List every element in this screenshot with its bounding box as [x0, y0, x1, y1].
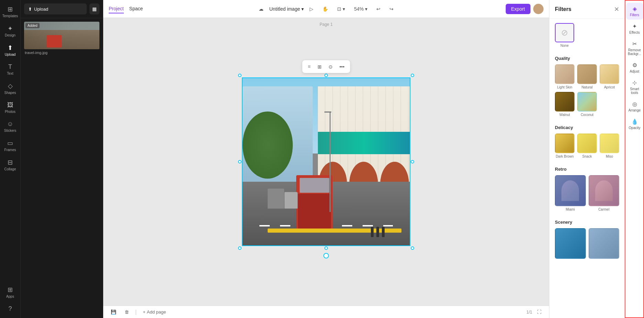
filter-coconut-thumb — [577, 92, 597, 112]
filter-lightskin-thumb — [555, 64, 575, 84]
upload-icon-sm: ⬆ — [28, 7, 32, 12]
right-tool-filters[interactable]: ◈ Filters — [626, 3, 643, 20]
filter-carmel-item[interactable]: Carmel — [589, 175, 620, 211]
upload-panel: ⬆ Upload ▦ Added travel-img.jpg — [21, 0, 103, 318]
sidebar-item-templates[interactable]: ⊞ Templates — [1, 3, 20, 21]
canvas-image[interactable] — [242, 77, 410, 246]
filter-delicacy-title: Delicacy — [555, 125, 619, 130]
add-page-button[interactable]: + Add page — [141, 308, 168, 316]
filter-coconut-item[interactable]: Coconut — [577, 92, 597, 117]
filter-scenery2-item[interactable] — [589, 228, 620, 261]
close-filter-panel-button[interactable]: ✕ — [614, 6, 619, 13]
delete-page-button[interactable]: 🗑 — [122, 308, 131, 316]
pointer-tool[interactable]: ▷ — [307, 4, 316, 14]
upload-button[interactable]: ⬆ Upload — [24, 3, 87, 14]
handle-bottom-left[interactable] — [238, 246, 242, 250]
filter-scenery-grid — [555, 228, 619, 261]
sidebar-item-help[interactable]: ? — [1, 303, 20, 315]
plus-icon: + — [143, 309, 146, 315]
text-icon: T — [8, 63, 12, 71]
view-toggle-button[interactable]: ▦ — [89, 3, 99, 14]
file-name: travel-img.jpg — [24, 51, 99, 55]
mask-button[interactable]: ⊙ — [326, 63, 335, 71]
sidebar-item-photos[interactable]: 🖼 Photos — [1, 99, 20, 116]
filter-apricot-item[interactable]: Apricot — [600, 64, 619, 89]
filter-scenery1-item[interactable] — [555, 228, 586, 261]
handle-bottom-right[interactable] — [411, 246, 414, 250]
filter-darkbrown-item[interactable]: Dark Brown — [555, 134, 575, 158]
handle-top-center[interactable] — [324, 74, 328, 77]
filter-miami-item[interactable]: Miami — [555, 175, 586, 211]
chevron-down-icon: ▾ — [301, 6, 304, 12]
frames-icon: ▭ — [7, 139, 13, 147]
remove-bg-icon: ✂ — [632, 41, 637, 47]
handle-top-right[interactable] — [411, 74, 414, 77]
filter-none-item[interactable]: ⊘ None — [555, 23, 574, 47]
sidebar-item-collage[interactable]: ⊟ Collage — [1, 156, 20, 174]
sidebar-item-label: Templates — [2, 14, 18, 18]
left-sidebar: ⊞ Templates ✦ Design ⬆ Upload T Text ◇ S… — [0, 0, 21, 318]
sidebar-item-frames[interactable]: ▭ Frames — [1, 137, 20, 155]
handle-middle-left[interactable] — [238, 160, 242, 163]
sidebar-item-apps[interactable]: ⊞ Apps — [1, 283, 20, 301]
right-tool-opacity[interactable]: 💧 Opacity — [626, 116, 643, 132]
grid-button[interactable]: ⊞ — [315, 63, 324, 71]
right-tool-smart[interactable]: ⊹ Smart tools — [626, 77, 643, 97]
doc-title[interactable]: Untitled image ▾ — [269, 6, 304, 12]
right-tool-adjust[interactable]: ⚙ Adjust — [626, 59, 643, 76]
sidebar-item-shapes[interactable]: ◇ Shapes — [1, 80, 20, 97]
handle-top-left[interactable] — [238, 74, 242, 77]
filter-apricot-thumb — [600, 64, 619, 84]
sidebar-item-text[interactable]: T Text — [1, 61, 20, 78]
hand-tool[interactable]: ✋ — [319, 4, 331, 14]
tab-project[interactable]: Project — [109, 4, 124, 13]
filter-snack-item[interactable]: Snack — [577, 134, 597, 158]
filter-miso-item[interactable]: Miso — [600, 134, 619, 158]
sidebar-item-label: Upload — [5, 53, 16, 56]
export-button[interactable]: Export — [506, 4, 530, 14]
handle-bottom-center[interactable] — [324, 246, 328, 250]
right-tool-arrange[interactable]: ◎ Arrange — [626, 98, 643, 115]
filter-lightskin-item[interactable]: Light Skin — [555, 64, 575, 89]
crop-button[interactable]: ⌗ — [306, 62, 313, 71]
sidebar-item-design[interactable]: ✦ Design — [1, 22, 20, 40]
tab-space[interactable]: Space — [129, 4, 143, 13]
design-icon: ✦ — [8, 25, 13, 32]
filters-icon: ◈ — [633, 6, 637, 12]
filter-none-section: ⊘ None — [549, 19, 625, 52]
redo-button[interactable]: ↪ — [386, 4, 397, 14]
rotate-handle[interactable] — [323, 253, 329, 258]
sidebar-item-upload[interactable]: ⬆ Upload — [1, 41, 20, 59]
upload-icon: ⬆ — [8, 44, 13, 52]
filter-coconut-label: Coconut — [581, 113, 593, 117]
uploaded-item: Added travel-img.jpg — [24, 22, 99, 55]
zoom-control[interactable]: 54% ▾ — [351, 4, 371, 14]
smart-tools-icon: ⊹ — [632, 80, 637, 86]
filter-quality-grid: Light Skin Natural Apricot Walnut Coconu… — [555, 64, 619, 117]
filter-natural-item[interactable]: Natural — [577, 64, 597, 89]
upload-panel-header: ⬆ Upload ▦ — [21, 0, 103, 18]
right-tool-remove-bg[interactable]: ✂ Remove Backgr... — [626, 38, 643, 59]
help-icon: ? — [8, 305, 12, 312]
sidebar-item-stickers[interactable]: ☺ Stickers — [1, 118, 20, 135]
effects-icon: ✦ — [632, 23, 637, 30]
right-tool-effects[interactable]: ✦ Effects — [626, 20, 643, 37]
frame-tool[interactable]: ⊡ ▾ — [334, 4, 348, 14]
sidebar-item-label: Collage — [4, 167, 16, 171]
filter-miso-label: Miso — [606, 155, 613, 158]
save-page-button[interactable]: 💾 — [109, 308, 118, 316]
top-bar-right: Export — [401, 4, 544, 14]
top-bar-center: ☁ Untitled image ▾ ▷ ✋ ⊡ ▾ 54% ▾ ↩ ↪ — [256, 4, 397, 14]
filter-lightskin-label: Light Skin — [557, 85, 572, 89]
filter-apricot-label: Apricot — [604, 85, 615, 89]
handle-middle-right[interactable] — [411, 160, 414, 163]
sidebar-item-label: Apps — [6, 295, 14, 298]
save-cloud-button[interactable]: ☁ — [256, 4, 267, 14]
chevron-down-icon: ▾ — [365, 6, 367, 12]
collage-icon: ⊟ — [8, 159, 13, 166]
fullscreen-button[interactable]: ⛶ — [535, 308, 544, 316]
undo-button[interactable]: ↩ — [373, 4, 384, 14]
opacity-icon: 💧 — [631, 118, 638, 125]
filter-walnut-item[interactable]: Walnut — [555, 92, 575, 117]
more-button[interactable]: ••• — [337, 63, 347, 71]
